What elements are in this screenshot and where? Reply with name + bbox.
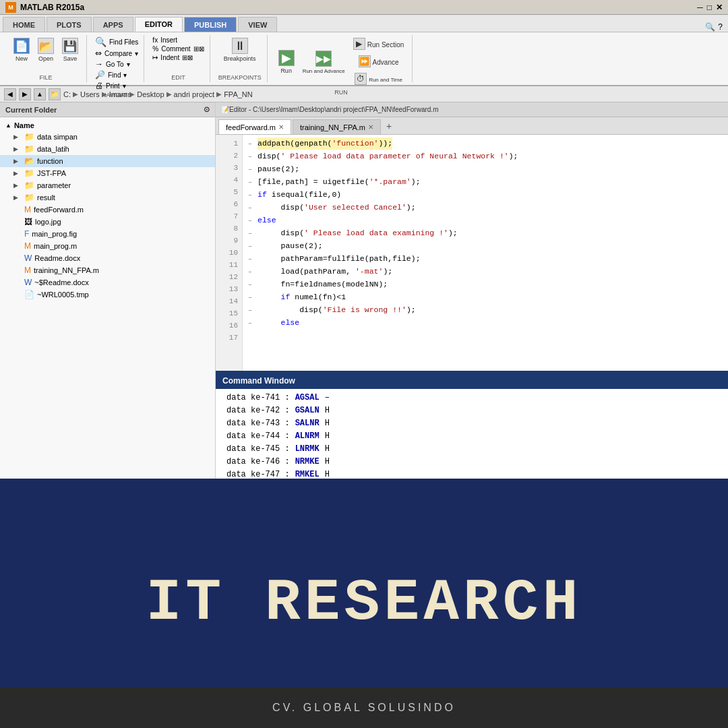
folder-item-function[interactable]: ▶ 📂 function: [0, 155, 215, 167]
window-minimize[interactable]: ─: [697, 3, 703, 12]
expand-arrow: ▶: [13, 182, 22, 189]
code-line-11: – pause(2);: [248, 240, 723, 253]
ribbon-group-navigate: 🔍Find Files ⇔Compare▾ →Go To▾ 🔎Find▾ 🖨Pr…: [90, 35, 144, 82]
title-bar: M MATLAB R2015a ─ □ ✕: [0, 0, 728, 15]
tab-view[interactable]: VIEW: [238, 17, 277, 32]
folder-item-result[interactable]: ▶ 📁 result: [0, 191, 215, 204]
tab-plots[interactable]: PLOTS: [47, 17, 92, 32]
goto-button[interactable]: →Go To▾: [95, 59, 138, 69]
expand-arrow: ▶: [13, 170, 22, 177]
editor-title-bar: 📝 Editor - C:\Users\Imam\Desktop\andri p…: [216, 102, 728, 117]
command-window-content: data ke-741 : AGSAL – data ke-742 : GSAL…: [216, 389, 728, 479]
command-window: Command Window data ke-741 : AGSAL – dat…: [216, 371, 728, 479]
right-panel: 📝 Editor - C:\Users\Imam\Desktop\andri p…: [216, 102, 728, 479]
run-button[interactable]: ▶ Run: [276, 49, 297, 75]
insert-button[interactable]: fxInsert: [152, 36, 204, 44]
advance-button[interactable]: ⏩ Advance: [351, 54, 406, 70]
breakpoints-button[interactable]: ⏸ Breakpoints: [221, 36, 259, 63]
file-item-readme[interactable]: W Readme.docx: [0, 252, 215, 264]
code-line-4: – pause(2);: [248, 163, 723, 176]
footer-text: CV. GLOBAL SOLUSINDO: [272, 702, 456, 714]
file-item-wrl[interactable]: 📄 ~WRL0005.tmp: [0, 289, 215, 301]
file-item-feedforward[interactable]: M feedForward.m: [0, 204, 215, 216]
window-close[interactable]: ✕: [716, 3, 723, 12]
cmd-row-746: data ke-746 : NRMKE H: [226, 456, 717, 468]
run-advance-button[interactable]: ▶▶ Run and Advance: [300, 49, 348, 75]
file-item-training[interactable]: M training_NN_FPA.m: [0, 264, 215, 276]
search-icon[interactable]: 🔍: [705, 22, 715, 32]
file-item-logo[interactable]: 🖼 logo.jpg: [0, 216, 215, 228]
ribbon-group-run: ▶ Run ▶▶ Run and Advance ▶ Run Section: [270, 35, 413, 82]
back-button[interactable]: ◀: [4, 88, 16, 100]
cmd-row-741: data ke-741 : AGSAL –: [226, 392, 717, 404]
tab-home[interactable]: HOME: [3, 17, 45, 32]
ribbon-group-file: 📄 New 📂 Open 💾 Save FILE: [5, 35, 87, 82]
image-icon: 🖼: [24, 217, 32, 226]
nav-part-users: Users: [80, 90, 100, 98]
folder-icon: 📁: [24, 181, 34, 190]
expand-arrow: ▶: [13, 194, 22, 201]
editor-tab-training[interactable]: training_NN_FPA.m ✕: [293, 119, 381, 134]
folder-item-data-latih[interactable]: ▶ 📁 data_latih: [0, 143, 215, 155]
main-content: Current Folder ⊙ ▲ Name ▶ 📁 data simpan …: [0, 102, 728, 479]
nav-part-fpa: FPA_NN: [224, 90, 253, 98]
folder-icon: 📁: [24, 193, 34, 202]
folder-item-data-simpan[interactable]: ▶ 📁 data simpan: [0, 131, 215, 143]
expand-arrow: ▶: [13, 133, 22, 140]
file-item-main-m[interactable]: M main_prog.m: [0, 240, 215, 252]
window-maximize[interactable]: □: [707, 3, 712, 12]
compare-button[interactable]: ⇔Compare▾: [95, 49, 138, 58]
cmd-row-747: data ke-747 : RMKEL H: [226, 468, 717, 479]
tab-close-feedforward[interactable]: ✕: [278, 123, 284, 131]
forward-button[interactable]: ▶: [19, 88, 31, 100]
up-button[interactable]: ▲: [34, 88, 46, 100]
open-button[interactable]: 📂 Open: [35, 36, 57, 63]
code-line-9: – else: [248, 214, 723, 227]
folder-item-parameter[interactable]: ▶ 📁 parameter: [0, 179, 215, 191]
help-icon[interactable]: ?: [718, 22, 723, 32]
file-item-readme-tmp[interactable]: W ~$Readme.docx: [0, 276, 215, 289]
tab-apps[interactable]: APPS: [93, 17, 133, 32]
ribbon-group-breakpoints: ⏸ Breakpoints BREAKPOINTS: [213, 35, 268, 82]
code-line-10: – disp(' Please load data examining !');: [248, 227, 723, 240]
comment-button[interactable]: %Comment ⊞⊠: [152, 45, 204, 53]
code-line-17: – else: [248, 317, 723, 330]
expand-arrow: ▶: [13, 158, 22, 164]
nav-part-project: andri project: [174, 90, 215, 98]
folder-item-jst-fpa[interactable]: ▶ 📁 JST-FPA: [0, 167, 215, 179]
code-line-12: – pathParam=fullfile(path,file);: [248, 253, 723, 266]
code-lines: – addpath(genpath('function')); – disp('…: [243, 135, 728, 371]
find-files-button[interactable]: 🔍Find Files: [95, 36, 138, 47]
panel-menu-icon[interactable]: ⊙: [204, 105, 210, 114]
editor-tabs: feedForward.m ✕ training_NN_FPA.m ✕ +: [216, 117, 728, 135]
m-file-icon: M: [24, 241, 31, 251]
cmd-row-745: data ke-745 : LNRMK H: [226, 443, 717, 456]
m-file-icon: M: [24, 266, 31, 275]
editor-tab-feedforward[interactable]: feedForward.m ✕: [218, 119, 291, 134]
footer-bar: CV. GLOBAL SOLUSINDO: [0, 688, 728, 728]
code-line-15: – if numel(fn)<1: [248, 291, 723, 304]
indent-button[interactable]: ↦Indent ⊞⊠: [152, 54, 204, 61]
folder-icon: 📁: [24, 169, 34, 178]
file-item-main-fig[interactable]: F main_prog.fig: [0, 228, 215, 240]
folder-tree: ▲ Name ▶ 📁 data simpan ▶ 📁 data_latih ▶ …: [0, 117, 215, 303]
nav-part-imam: Imam: [109, 90, 128, 98]
doc-icon: W: [24, 253, 32, 263]
ribbon-tabs: HOME PLOTS APPS EDITOR PUBLISH VIEW 🔍 ?: [0, 15, 728, 32]
run-time-button[interactable]: ⏱ Run and Time: [351, 71, 406, 88]
matlab-icon: M: [5, 2, 16, 13]
find-button[interactable]: 🔎Find▾: [95, 70, 138, 80]
new-button[interactable]: 📄 New: [11, 36, 32, 63]
tab-editor[interactable]: EDITOR: [135, 17, 183, 32]
title-bar-label: MATLAB R2015a: [20, 3, 84, 12]
save-button[interactable]: 💾 Save: [59, 36, 81, 63]
cmd-row-744: data ke-744 : ALNRM H: [226, 430, 717, 443]
add-tab-button[interactable]: +: [382, 119, 396, 133]
tab-publish[interactable]: PUBLISH: [184, 17, 237, 32]
folder-col-header: ▲ Name: [0, 120, 215, 131]
print-button[interactable]: 🖨Print▾: [95, 81, 138, 90]
ribbon: 📄 New 📂 Open 💾 Save FILE 🔍Find Files: [0, 32, 728, 86]
tab-close-training[interactable]: ✕: [368, 123, 373, 131]
line-numbers: 1 2 3 4 5 6 7 8 9 10 11 12 13 14 15 16 1: [216, 135, 243, 371]
run-section-button[interactable]: ▶ Run Section: [351, 36, 406, 53]
